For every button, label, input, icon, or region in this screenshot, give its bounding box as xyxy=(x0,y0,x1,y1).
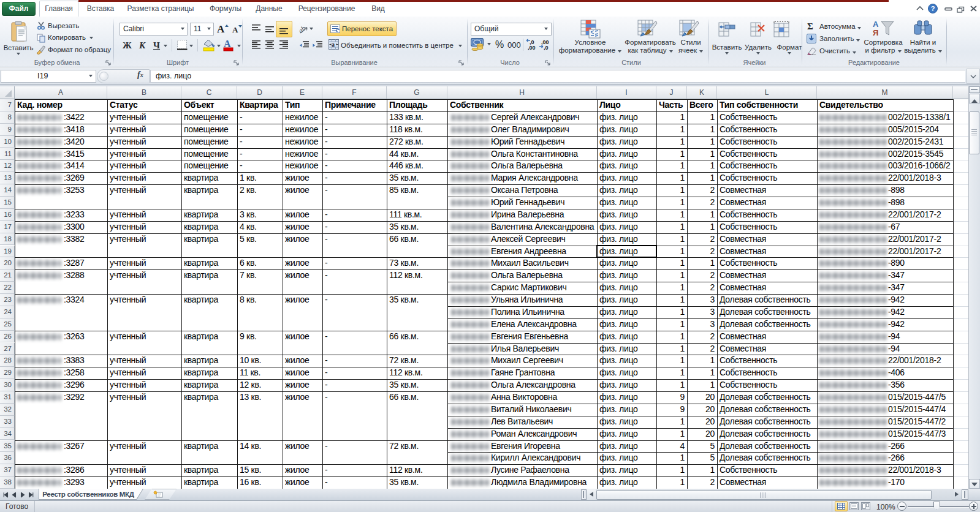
svg-text:А: А xyxy=(224,39,231,49)
svg-text:А: А xyxy=(873,20,879,29)
svg-text:,00: ,00 xyxy=(528,45,536,50)
svg-text:a: a xyxy=(332,41,335,48)
svg-text:?: ? xyxy=(931,5,935,12)
svg-text:,0: ,0 xyxy=(544,45,549,50)
svg-text:A: A xyxy=(232,25,238,34)
svg-text:Я: Я xyxy=(873,28,878,37)
svg-text:A: A xyxy=(217,23,225,35)
